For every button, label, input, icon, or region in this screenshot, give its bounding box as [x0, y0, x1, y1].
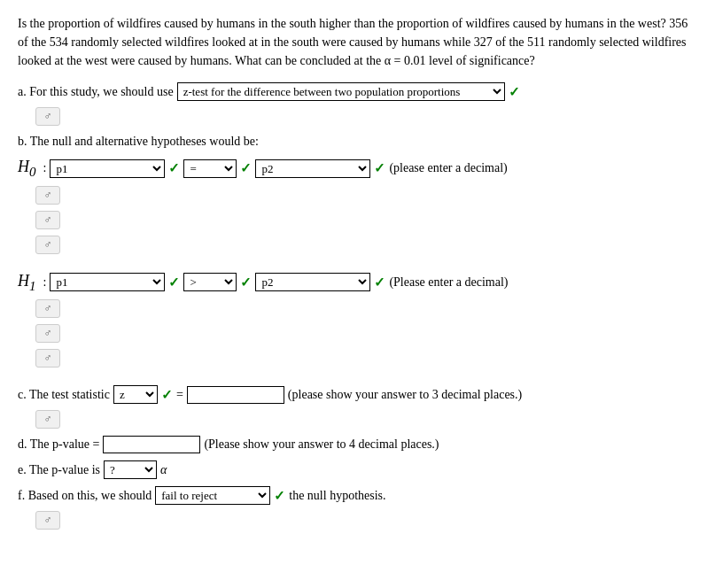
pval-input[interactable] [103, 436, 200, 453]
h1-section: H1 : p1 p2 μ1 μ2 ✓ = ≠ > < ≥ ≤ ✓ p2 p1 μ… [18, 272, 697, 368]
h1-right-select[interactable]: p2 p1 μ1 μ2 [255, 273, 370, 291]
alpha-symbol: α [160, 463, 167, 477]
conclude-select[interactable]: fail to reject reject accept [155, 486, 270, 505]
part-d-hint: (Please show your answer to 4 decimal pl… [204, 437, 439, 452]
stat-select[interactable]: z t χ² [113, 385, 158, 404]
part-d-label: d. The p-value = [18, 437, 99, 452]
test-select[interactable]: z-test for the difference between two po… [177, 82, 505, 101]
question-text: Is the proportion of wildfires caused by… [18, 14, 697, 70]
h0-op-select[interactable]: = ≠ > < ≥ ≤ [183, 159, 237, 178]
pval-compare-select[interactable]: ? > < = [104, 460, 157, 479]
part-f-suffix: the null hypothesis. [289, 489, 385, 503]
h0-right-select[interactable]: p2 p1 μ1 μ2 [255, 159, 370, 178]
h1-left-check: ✓ [168, 275, 180, 290]
h0-section: H0 : p1 p2 μ1 μ2 ✓ = ≠ > < ≥ ≤ ✓ p2 p1 μ… [18, 158, 697, 254]
part-b: b. The null and alternative hypotheses w… [18, 135, 697, 149]
h0-left-check: ✓ [168, 160, 180, 176]
part-a-label: a. For this study, we should use [18, 85, 174, 99]
gender-icon-h1-1[interactable]: ♂ [35, 299, 60, 318]
gender-icon-h1-2[interactable]: ♂ [35, 324, 60, 343]
h1-colon: : [43, 275, 47, 290]
part-c-hint: (please show your answer to 3 decimal pl… [288, 388, 522, 402]
stat-value-input[interactable] [187, 386, 284, 404]
part-d: d. The p-value = (Please show your answe… [18, 436, 697, 453]
h0-left-select[interactable]: p1 p2 μ1 μ2 [50, 159, 165, 178]
gender-icon-h0-3[interactable]: ♂ [35, 236, 60, 254]
part-e-label: e. The p-value is [18, 463, 100, 477]
h0-op-check: ✓ [240, 160, 252, 176]
part-e: e. The p-value is ? > < = α [18, 460, 697, 479]
h0-hint: (please enter a decimal) [389, 161, 507, 175]
part-b-label: b. The null and alternative hypotheses w… [18, 135, 259, 148]
h0-label: H0 [18, 158, 36, 180]
gender-icon-h0-2[interactable]: ♂ [35, 211, 60, 229]
h0-colon: : [43, 161, 47, 175]
part-a-check: ✓ [509, 84, 520, 100]
h1-op-select[interactable]: = ≠ > < ≥ ≤ [183, 273, 237, 291]
part-f-label: f. Based on this, we should [18, 489, 152, 503]
h1-hint: (Please enter a decimal) [389, 275, 508, 290]
part-c-label: c. The test statistic [18, 388, 110, 402]
h1-right-check: ✓ [374, 275, 385, 290]
gender-icon-c[interactable]: ♂ [35, 410, 60, 429]
gender-icon-h0-1[interactable]: ♂ [35, 186, 60, 205]
h0-right-check: ✓ [374, 160, 385, 176]
gender-icon-a[interactable]: ♂ [35, 107, 60, 126]
gender-icon-f[interactable]: ♂ [35, 511, 60, 530]
h1-label: H1 [18, 272, 36, 294]
h1-op-check: ✓ [240, 275, 252, 290]
equals-c: = [176, 388, 183, 402]
part-c: c. The test statistic z t χ² ✓ = (please… [18, 385, 697, 429]
stat-check: ✓ [161, 387, 173, 403]
part-f: f. Based on this, we should fail to reje… [18, 486, 697, 530]
gender-icon-h1-3[interactable]: ♂ [35, 349, 60, 368]
part-a: a. For this study, we should use z-test … [18, 82, 697, 126]
h1-left-select[interactable]: p1 p2 μ1 μ2 [50, 273, 165, 291]
conclude-check: ✓ [274, 488, 285, 504]
